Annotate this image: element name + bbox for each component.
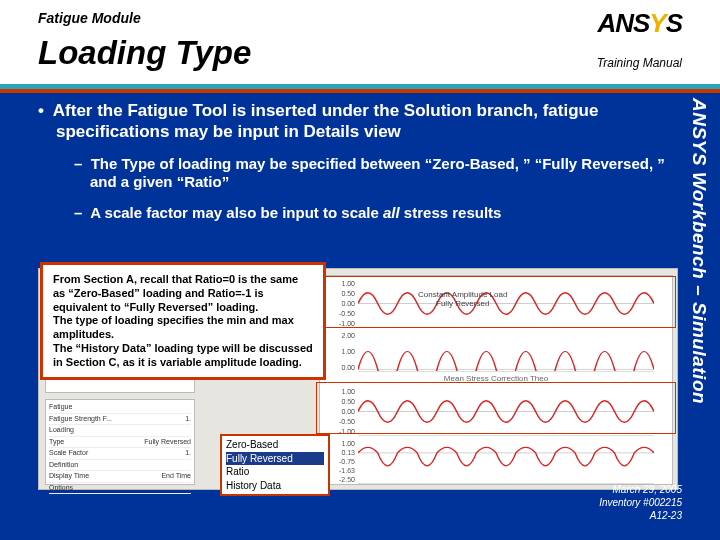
details-row[interactable]: Fatigue Strength F...1. <box>49 414 191 426</box>
details-row[interactable]: Fatigue <box>49 402 191 414</box>
training-manual-label: Training Manual <box>597 56 682 70</box>
footer-inventory: Inventory #002215 <box>599 496 682 509</box>
body-text: • After the Fatigue Tool is inserted und… <box>38 100 668 235</box>
bullet-sub-2: – A scale factor may also be input to sc… <box>74 204 668 223</box>
ansys-logo: ANSYS <box>597 8 682 39</box>
footer-code: A12-23 <box>599 509 682 522</box>
bullet-sub-1: – The Type of loading may be specified b… <box>74 155 668 193</box>
details-row[interactable]: Definition <box>49 460 191 472</box>
loading-type-dropdown[interactable]: Zero-BasedFully ReversedRatioHistory Dat… <box>220 434 330 496</box>
plot-4: 1.000.13-0.75-1.63-2.50 <box>358 440 654 484</box>
divider-red <box>0 89 720 93</box>
dropdown-option[interactable]: Zero-Based <box>226 438 324 452</box>
module-label: Fatigue Module <box>38 10 141 26</box>
details-row[interactable]: TypeFully Reversed <box>49 437 191 449</box>
dropdown-option[interactable]: Fully Reversed <box>226 452 324 466</box>
footer: March 29, 2005 Inventory #002215 A12-23 <box>599 483 682 522</box>
highlight-rect-2 <box>316 382 676 434</box>
callout-box: From Section A, recall that Ratio=0 is t… <box>40 262 326 380</box>
svg-rect-1 <box>358 332 654 371</box>
svg-rect-3 <box>358 440 654 483</box>
details-panel[interactable]: FatigueFatigue Strength F...1.LoadingTyp… <box>45 399 195 485</box>
dropdown-option[interactable]: Ratio <box>226 465 324 479</box>
details-row[interactable]: Display TimeEnd Time <box>49 471 191 483</box>
plot-2: 2.001.000.00 <box>358 332 654 372</box>
footer-date: March 29, 2005 <box>599 483 682 496</box>
details-row[interactable]: Options <box>49 483 191 495</box>
details-row[interactable]: Loading <box>49 425 191 437</box>
plot-2-ticks: 2.001.000.00 <box>325 332 355 371</box>
page-title: Loading Type <box>38 34 251 72</box>
details-row[interactable]: Scale Factor1. <box>49 448 191 460</box>
slide-header: Fatigue Module Loading Type ANSYS Traini… <box>0 0 720 84</box>
bullet-main: • After the Fatigue Tool is inserted und… <box>38 100 668 143</box>
highlight-rect-1 <box>316 276 676 328</box>
side-vertical-text: ANSYS Workbench – Simulation <box>678 98 710 458</box>
dropdown-option[interactable]: History Data <box>226 479 324 493</box>
